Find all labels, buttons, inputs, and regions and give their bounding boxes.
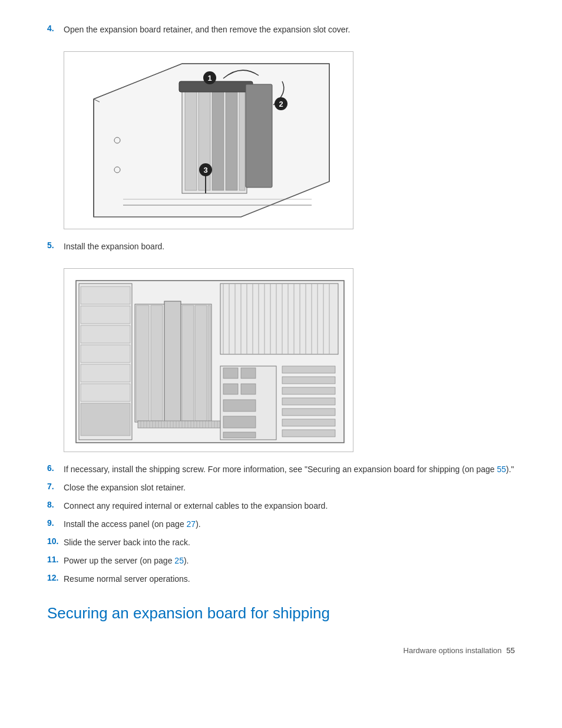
svg-rect-109 [223, 400, 256, 411]
svg-rect-104 [282, 430, 335, 437]
svg-rect-37 [164, 301, 181, 425]
svg-text:1: 1 [207, 74, 211, 83]
svg-rect-9 [226, 90, 237, 190]
step-6: 6. If necessary, install the shipping sc… [47, 463, 515, 476]
step-7: 7. Close the expansion slot retainer. [47, 482, 515, 494]
step-text-7: Close the expansion slot retainer. [64, 482, 186, 494]
svg-rect-10 [239, 90, 245, 190]
svg-rect-41 [195, 305, 207, 421]
svg-text:3: 3 [203, 166, 207, 174]
svg-rect-103 [282, 419, 335, 426]
step-text-10: Slide the server back into the rack. [64, 536, 190, 549]
link-page-27[interactable]: 27 [187, 519, 196, 529]
svg-rect-40 [182, 305, 194, 421]
svg-rect-12 [246, 84, 272, 187]
diagram-2 [64, 268, 353, 452]
svg-rect-77 [220, 284, 338, 354]
diagram-1: 1 2 3 [64, 51, 353, 229]
svg-rect-107 [223, 384, 238, 394]
svg-rect-99 [282, 377, 335, 384]
step-number-8: 8. [47, 500, 64, 509]
step-10: 10. Slide the server back into the rack. [47, 536, 515, 549]
step-5: 5. Install the expansion board. [47, 241, 515, 253]
step-9: 9. Install the access panel (on page 27)… [47, 518, 515, 531]
svg-rect-32 [81, 345, 130, 363]
step-4: 4. Open the expansion board retainer, an… [47, 24, 515, 36]
step-8: 8. Connect any required internal or exte… [47, 500, 515, 512]
step-12: 12. Resume normal server operations. [47, 573, 515, 585]
footer: Hardware options installation 55 [47, 646, 515, 655]
svg-rect-42 [208, 305, 210, 421]
svg-rect-38 [136, 305, 149, 421]
step-text-12: Resume normal server operations. [64, 573, 190, 585]
svg-rect-110 [223, 416, 256, 428]
svg-rect-108 [241, 384, 256, 394]
step-number-10: 10. [47, 536, 64, 546]
svg-rect-31 [81, 325, 130, 343]
svg-rect-6 [185, 90, 197, 190]
step-number-4: 4. [47, 24, 64, 33]
svg-rect-30 [81, 306, 130, 324]
svg-rect-34 [81, 384, 130, 401]
diagram-2-svg [64, 269, 353, 452]
step-number-5: 5. [47, 241, 64, 250]
svg-rect-111 [223, 432, 256, 438]
step-text-4: Open the expansion board retainer, and t… [64, 24, 350, 36]
section-heading: Securing an expansion board for shipping [47, 604, 515, 622]
svg-rect-33 [81, 364, 130, 382]
step-text-6: If necessary, install the shipping screw… [64, 463, 514, 476]
step-number-11: 11. [47, 555, 64, 564]
svg-rect-11 [179, 81, 253, 92]
step-text-8: Connect any required internal or externa… [64, 500, 328, 512]
step-number-6: 6. [47, 463, 64, 473]
svg-rect-102 [282, 409, 335, 416]
footer-page: 55 [507, 646, 515, 655]
link-page-55[interactable]: 55 [497, 465, 506, 474]
svg-text:2: 2 [279, 100, 283, 108]
svg-rect-105 [223, 368, 238, 378]
svg-rect-35 [81, 403, 130, 436]
svg-rect-39 [151, 305, 163, 421]
step-text-5: Install the expansion board. [64, 241, 164, 253]
step-11: 11. Power up the server (on page 25). [47, 555, 515, 567]
step-text-11: Power up the server (on page 25). [64, 555, 189, 567]
svg-rect-100 [282, 387, 335, 394]
svg-rect-106 [241, 368, 256, 378]
step-number-12: 12. [47, 573, 64, 582]
link-page-25[interactable]: 25 [174, 556, 184, 565]
footer-label: Hardware options installation [404, 646, 502, 655]
svg-rect-8 [212, 90, 224, 190]
diagram-1-svg: 1 2 3 [64, 52, 353, 229]
step-text-9: Install the access panel (on page 27). [64, 518, 201, 531]
svg-rect-101 [282, 398, 335, 405]
step-number-9: 9. [47, 518, 64, 528]
step-number-7: 7. [47, 482, 64, 491]
svg-rect-98 [282, 366, 335, 373]
svg-rect-29 [81, 286, 130, 304]
